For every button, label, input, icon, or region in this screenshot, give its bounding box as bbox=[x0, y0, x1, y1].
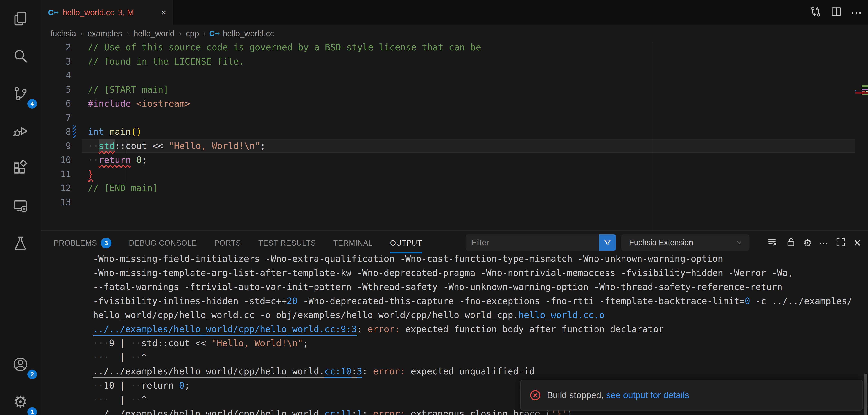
text-segment: 0 bbox=[745, 296, 750, 306]
line-number: 13 bbox=[41, 195, 71, 210]
open-changes-icon[interactable] bbox=[809, 5, 822, 20]
unlock-scroll-icon[interactable] bbox=[785, 236, 797, 250]
clear-output-icon[interactable] bbox=[767, 236, 778, 250]
text-segment: main bbox=[110, 126, 131, 137]
text-segment bbox=[104, 126, 110, 137]
text-segment: 9 | bbox=[109, 338, 131, 348]
tab-hello-world-cc[interactable]: C++ hello_world.cc 3, M × bbox=[41, 0, 174, 25]
panel-more-actions-icon[interactable]: ⋯ bbox=[818, 238, 828, 248]
activity-item-extensions[interactable] bbox=[0, 150, 41, 187]
panel-tab-problems[interactable]: PROBLEMS3 bbox=[54, 231, 112, 255]
text-segment: std::cout << bbox=[141, 338, 211, 348]
activity-item-remote-explorer[interactable] bbox=[0, 187, 41, 225]
code-line-7[interactable]: 7 bbox=[41, 111, 868, 125]
close-panel-icon[interactable]: ✕ bbox=[853, 238, 861, 248]
notification-toast[interactable]: Build stopped, see output for details bbox=[520, 380, 863, 411]
text-segment: ··· bbox=[93, 394, 109, 405]
code-line-10[interactable]: 10··return 0; bbox=[41, 153, 868, 167]
breadcrumb-separator: › bbox=[127, 29, 129, 38]
panel-tab-debug-console[interactable]: DEBUG CONSOLE bbox=[129, 231, 197, 255]
panel-scrollbar[interactable] bbox=[864, 374, 867, 415]
text-segment: --fatal-warnings -ftrivial-auto-var-init… bbox=[93, 282, 782, 292]
text-segment: : bbox=[362, 408, 373, 415]
split-editor-icon[interactable] bbox=[830, 5, 843, 20]
breadcrumb-item-fuchsia[interactable]: fuchsia bbox=[50, 29, 76, 38]
text-segment: ·· bbox=[130, 352, 141, 362]
text-segment: int bbox=[88, 126, 104, 137]
minimap-line bbox=[866, 91, 868, 92]
panel-tab-terminal[interactable]: TERMINAL bbox=[333, 231, 373, 255]
output-file-link[interactable]: ../../examples/hello_world/cpp/hello_wor… bbox=[93, 408, 324, 415]
text-segment: // Use of this source code is governed b… bbox=[88, 42, 481, 53]
code-line-8[interactable]: 8int main() bbox=[41, 125, 868, 139]
extensions-icon bbox=[12, 160, 29, 177]
activity-item-search[interactable] bbox=[0, 37, 41, 75]
code-line-3[interactable]: 3// found in the LICENSE file. bbox=[41, 55, 868, 69]
panel-tab-test-results[interactable]: TEST RESULTS bbox=[258, 231, 316, 255]
activity-item-source-control[interactable]: 4 bbox=[0, 75, 41, 113]
output-file-link[interactable]: : bbox=[351, 366, 357, 376]
text-segment: : bbox=[357, 324, 368, 334]
see-output-link[interactable]: see output for details bbox=[606, 390, 689, 400]
text-segment: hello_world.cc.o bbox=[519, 310, 604, 320]
minimap-line bbox=[862, 89, 868, 90]
text-segment: error: bbox=[368, 324, 400, 334]
output-file-link[interactable]: cc:11 bbox=[324, 408, 351, 415]
modified-line-marker bbox=[73, 125, 75, 138]
code-line-12[interactable]: 12// [END main] bbox=[41, 181, 868, 195]
code-line-4[interactable]: 4 bbox=[41, 68, 868, 83]
text-segment: "Hello, World!\n" bbox=[211, 338, 303, 348]
minimap[interactable] bbox=[855, 42, 868, 230]
panel-tab-output[interactable]: OUTPUT bbox=[390, 231, 422, 255]
activity-item-run-debug[interactable] bbox=[0, 113, 41, 150]
text-segment: // [START main] bbox=[88, 84, 168, 95]
text-segment: error: bbox=[373, 408, 405, 415]
text-segment: () bbox=[131, 126, 142, 137]
output-file-link[interactable]: ../../examples/hello_world/cpp/hello_wor… bbox=[93, 366, 324, 376]
output-row: hello_world/cpp/hello_world.cc -o obj/ex… bbox=[93, 308, 868, 322]
code-line-13[interactable]: 13 bbox=[41, 195, 868, 210]
breadcrumb-item-examples[interactable]: examples bbox=[87, 29, 122, 38]
remote-explorer-icon bbox=[12, 197, 29, 215]
breadcrumb-item-file[interactable]: C++hello_world.cc bbox=[209, 29, 274, 38]
source-control-icon bbox=[12, 85, 29, 102]
output-file-link[interactable]: : bbox=[351, 408, 357, 415]
maximize-panel-icon[interactable] bbox=[835, 236, 846, 250]
panel-settings-gear-icon[interactable]: ⚙ bbox=[804, 238, 812, 248]
output-file-link[interactable]: 1 bbox=[357, 408, 362, 415]
line-number: 8 bbox=[41, 125, 71, 139]
filter-funnel-button[interactable] bbox=[599, 234, 616, 251]
activity-item-accounts[interactable]: 2 bbox=[0, 346, 41, 383]
code-editor[interactable]: 2// Use of this source code is governed … bbox=[41, 42, 868, 230]
text-segment: ··· bbox=[93, 338, 109, 348]
activity-item-settings[interactable]: ⚙1 bbox=[0, 383, 41, 415]
code-line-11[interactable]: 11} bbox=[41, 167, 868, 181]
panel-tab-ports[interactable]: PORTS bbox=[214, 231, 241, 255]
breadcrumb-item-cpp[interactable]: cpp bbox=[186, 29, 199, 38]
output-file-link[interactable]: cc:10 bbox=[324, 366, 351, 376]
code-line-9[interactable]: 9··std::cout << "Hello, World!\n"; bbox=[41, 139, 868, 153]
code-line-2[interactable]: 2// Use of this source code is governed … bbox=[41, 42, 868, 55]
output-channel-select[interactable]: Fuchsia Extension bbox=[621, 234, 749, 251]
text-segment: -fvisibility-inlines-hidden -std=c++ bbox=[93, 296, 287, 306]
output-file-link[interactable]: ../../examples/hello_world/cpp/hello_wor… bbox=[93, 324, 357, 334]
text-segment: expected function body after function de… bbox=[400, 324, 664, 334]
text-segment: ·· bbox=[130, 394, 141, 405]
output-file-link[interactable]: 3 bbox=[357, 366, 362, 376]
activity-item-explorer[interactable] bbox=[0, 0, 41, 37]
activity-item-testing[interactable] bbox=[0, 225, 41, 262]
breadcrumb-item-hello_world[interactable]: hello_world bbox=[133, 29, 175, 38]
text-segment bbox=[131, 98, 136, 109]
more-actions-icon[interactable]: ⋯ bbox=[851, 9, 862, 16]
close-tab-icon[interactable]: × bbox=[160, 7, 167, 18]
output-row: ../../examples/hello_world/cpp/hello_wor… bbox=[93, 322, 868, 336]
text-segment bbox=[131, 155, 136, 165]
code-line-5[interactable]: 5// [START main] bbox=[41, 83, 868, 97]
filter-input[interactable] bbox=[466, 238, 599, 247]
text-segment: : bbox=[362, 366, 373, 376]
minimap-modified-mark bbox=[855, 90, 856, 91]
minimap-line bbox=[862, 86, 868, 87]
code-text: // [START main] bbox=[88, 83, 168, 97]
text-segment: expected unqualified-id bbox=[405, 366, 535, 376]
code-line-6[interactable]: 6#include <iostream> bbox=[41, 97, 868, 111]
